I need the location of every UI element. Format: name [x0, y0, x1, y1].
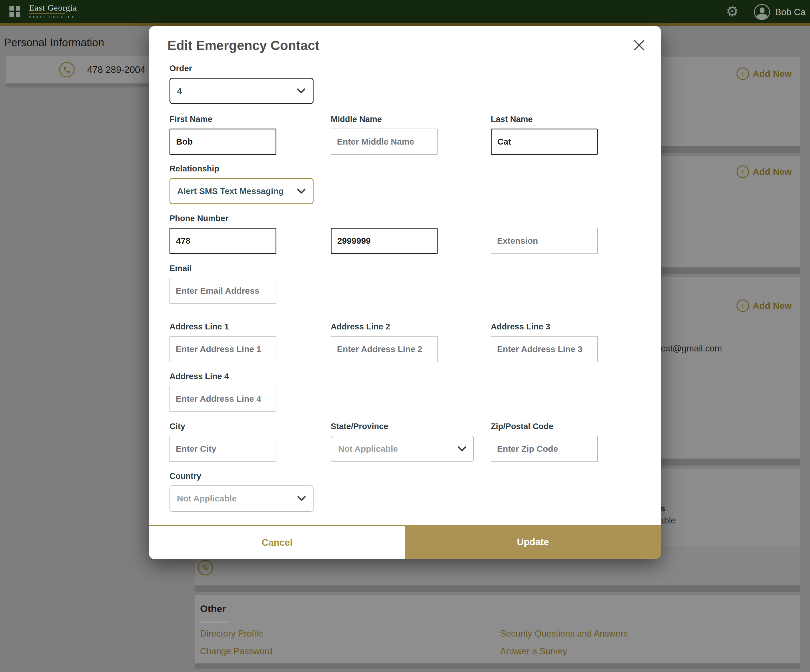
relationship-label: Relationship — [169, 164, 314, 173]
country-select[interactable]: Not Applicable — [169, 485, 314, 512]
phone-icon — [59, 62, 74, 77]
dialog-footer: Cancel Update — [149, 525, 661, 559]
phone-area-code-input[interactable] — [169, 228, 277, 254]
address-line-4-input[interactable] — [169, 386, 277, 412]
plus-icon: + — [737, 165, 749, 178]
background-card: + Add New — [655, 156, 800, 268]
phone-number-label: Phone Number — [169, 214, 277, 223]
email-input[interactable] — [169, 278, 277, 304]
settings-gear-icon[interactable]: ⚙ — [726, 3, 739, 20]
section-divider — [655, 146, 800, 153]
email-text-fragment: cat@gmail.com — [661, 344, 722, 354]
city-input[interactable] — [169, 436, 277, 462]
phone-extension-input[interactable] — [491, 228, 597, 254]
section-divider — [655, 458, 800, 465]
last-name-input[interactable] — [491, 128, 597, 155]
header-accent-line — [0, 23, 810, 26]
other-section-card: Other Directory Profile Change Password … — [195, 595, 800, 664]
first-name-label: First Name — [169, 114, 277, 124]
link-directory-profile[interactable]: Directory Profile — [200, 628, 263, 639]
country-label: Country — [169, 471, 314, 481]
zip-postal-code-label: Zip/Postal Code — [491, 421, 597, 431]
user-name[interactable]: Bob Ca — [775, 7, 806, 17]
plus-icon: + — [737, 67, 749, 80]
phone-number-text: 478 289-2004 — [87, 64, 145, 75]
phone-number-input[interactable] — [331, 228, 437, 254]
page-title: Personal Information — [4, 37, 104, 49]
school-logo-title: East Georgia — [29, 3, 77, 13]
section-divider — [195, 664, 800, 669]
chevron-down-icon — [297, 188, 306, 194]
middle-name-label: Middle Name — [331, 114, 437, 124]
other-section-heading: Other — [200, 603, 226, 614]
middle-name-input[interactable] — [331, 128, 437, 155]
add-new-button[interactable]: + Add New — [737, 165, 792, 178]
top-navigation-bar: East Georgia STATE COLLEGE ⚙ Bob Ca — [0, 0, 810, 23]
screen: East Georgia STATE COLLEGE ⚙ Bob Ca Pers… — [0, 0, 810, 672]
plus-icon: + — [737, 300, 749, 312]
section-divider — [655, 268, 800, 274]
address-line-1-input[interactable] — [169, 336, 277, 362]
text-fragment: s — [660, 504, 665, 514]
dialog-title: Edit Emergency Contact — [167, 38, 319, 53]
edit-emergency-contact-dialog: Edit Emergency Contact Order 4 First Nam… — [149, 26, 661, 558]
chevron-down-icon — [297, 496, 306, 502]
form-divider — [149, 312, 661, 312]
order-label: Order — [169, 64, 314, 73]
background-card: + Add New cat@gmail.com — [655, 277, 800, 458]
text-fragment: able — [659, 515, 676, 526]
address-line-1-label: Address Line 1 — [169, 322, 277, 332]
first-name-input[interactable] — [169, 128, 277, 155]
chevron-down-icon — [457, 446, 466, 452]
edit-pencil-icon[interactable]: ✎ — [198, 560, 213, 576]
zip-code-input[interactable] — [491, 436, 597, 462]
close-icon[interactable] — [632, 38, 646, 52]
address-line-2-input[interactable] — [331, 336, 437, 362]
chevron-down-icon — [297, 88, 306, 94]
add-new-button[interactable]: + Add New — [737, 67, 792, 80]
address-line-3-label: Address Line 3 — [491, 322, 597, 332]
email-label: Email — [169, 263, 277, 273]
relationship-select[interactable]: Alert SMS Text Messaging — [169, 178, 314, 204]
order-select[interactable]: 4 — [169, 78, 314, 104]
app-grid-menu-icon[interactable] — [9, 6, 20, 17]
add-new-button[interactable]: + Add New — [737, 300, 792, 312]
address-line-3-input[interactable] — [491, 336, 597, 362]
address-line-4-label: Address Line 4 — [169, 371, 277, 381]
section-divider — [195, 585, 800, 592]
section-divider — [6, 83, 160, 88]
update-button[interactable]: Update — [405, 525, 661, 559]
cancel-button[interactable]: Cancel — [149, 526, 405, 559]
link-change-password[interactable]: Change Password — [200, 646, 272, 657]
logo-underline — [29, 13, 65, 14]
school-logo-subtitle: STATE COLLEGE — [29, 15, 77, 19]
last-name-label: Last Name — [491, 114, 597, 124]
state-province-label: State/Province — [331, 421, 474, 431]
background-card: + Add New — [655, 57, 800, 146]
state-province-select[interactable]: Not Applicable — [331, 436, 474, 462]
city-label: City — [169, 421, 277, 431]
user-avatar-icon[interactable] — [754, 4, 770, 20]
link-security-questions[interactable]: Security Questions and Answers — [500, 628, 628, 639]
school-logo[interactable]: East Georgia STATE COLLEGE — [29, 3, 77, 19]
link-answer-survey[interactable]: Answer a Survey — [500, 646, 567, 657]
address-line-2-label: Address Line 2 — [331, 322, 437, 332]
other-heading-rule — [200, 621, 229, 623]
